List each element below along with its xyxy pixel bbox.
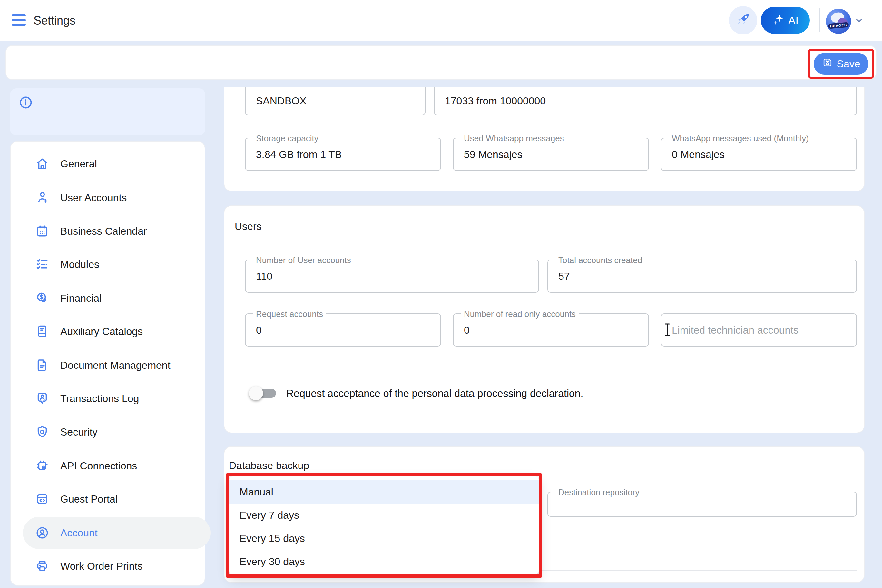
hamburger-menu-icon[interactable]	[12, 14, 26, 26]
save-icon	[822, 57, 833, 70]
read-only-accounts-field[interactable]: Number of read only accounts 0	[453, 314, 649, 346]
usage-value: 17033 from 10000000	[445, 95, 546, 107]
avatar-text: HÉROES	[828, 22, 849, 29]
sidebar-item-security[interactable]: Security	[23, 416, 210, 448]
avatar[interactable]: HÉROES	[826, 9, 851, 34]
field-placeholder: Limited technician accounts	[672, 324, 798, 336]
sidebar-item-auxiliary-catalogs[interactable]: Auxiliary Catalogs	[23, 315, 210, 348]
field-label: Used Whatsapp messages	[460, 133, 567, 144]
rocket-button[interactable]	[729, 6, 757, 34]
field-label: Total accounts created	[555, 255, 645, 266]
whatsapp-used-field[interactable]: Used Whatsapp messages 59 Mensajes	[453, 138, 649, 171]
sidebar-item-label: Guest Portal	[60, 493, 118, 505]
sidebar-item-api-connections[interactable]: API Connections	[23, 450, 210, 482]
backup-section-title: Database backup	[229, 460, 309, 472]
usage-field[interactable]: 17033 from 10000000	[434, 87, 857, 116]
top-header: Settings AI HÉROES	[0, 0, 882, 40]
printer-icon	[35, 559, 50, 573]
users-section-title: Users	[235, 220, 262, 232]
field-label: Number of read only accounts	[460, 309, 579, 320]
save-button-label: Save	[837, 58, 860, 70]
field-value: 59 Mensajes	[464, 148, 522, 160]
chevron-down-icon[interactable]	[854, 15, 864, 26]
save-toolbar	[6, 45, 876, 80]
sidebar-item-label: Document Management	[60, 360, 171, 371]
plan-value: SANDBOX	[256, 95, 306, 107]
sidebar-item-work-order-prints[interactable]: Work Order Prints	[23, 550, 210, 582]
number-of-user-accounts-field[interactable]: Number of User accounts 110	[245, 260, 539, 293]
sparkle-icon	[772, 13, 785, 28]
field-value: 110	[256, 270, 272, 282]
field-value: 0	[464, 324, 470, 336]
sidebar-item-label: Business Calendar	[60, 225, 147, 237]
total-accounts-created-field[interactable]: Total accounts created 57	[548, 260, 857, 293]
field-value: 0 Mensajes	[672, 148, 724, 160]
destination-repository-field[interactable]: Destination repository	[548, 492, 857, 517]
field-value: 3.84 GB from 1 TB	[256, 148, 342, 160]
user-circle-icon	[35, 526, 50, 540]
sidebar-item-modules[interactable]: Modules	[23, 248, 210, 280]
settings-sidebar: General User Accounts Business Calendar …	[10, 141, 206, 586]
browser-code-icon	[35, 492, 50, 506]
user-plus-icon	[35, 190, 50, 205]
page-title: Settings	[33, 14, 75, 27]
ai-button-label: AI	[788, 14, 798, 27]
sidebar-item-label: API Connections	[60, 460, 137, 472]
sidebar-item-label: Transactions Log	[60, 393, 139, 405]
info-icon	[19, 95, 33, 111]
storage-capacity-field[interactable]: Storage capacity 3.84 GB from 1 TB	[245, 138, 441, 171]
sidebar-item-transactions-log[interactable]: Transactions Log	[23, 382, 210, 415]
sidebar-item-label: Work Order Prints	[60, 560, 142, 572]
checklist-icon	[35, 257, 50, 272]
dropdown-annotation-box	[226, 473, 542, 578]
request-accounts-field[interactable]: Request accounts 0	[245, 314, 441, 346]
sidebar-item-label: Account	[60, 527, 98, 539]
personal-data-toggle-thumb[interactable]	[249, 386, 263, 400]
sidebar-item-label: General	[60, 158, 97, 170]
document-icon	[35, 358, 50, 372]
field-label: Request accounts	[253, 309, 326, 320]
calendar-icon	[35, 224, 50, 238]
sidebar-item-label: Financial	[60, 292, 102, 304]
text-cursor-icon	[664, 323, 671, 338]
save-button[interactable]: Save	[814, 53, 868, 75]
sidebar-item-user-accounts[interactable]: User Accounts	[23, 182, 210, 214]
sidebar-item-label: Modules	[60, 258, 99, 270]
sidebar-item-business-calendar[interactable]: Business Calendar	[23, 215, 210, 247]
book-icon	[35, 324, 50, 339]
chip-gear-icon	[35, 459, 50, 473]
field-label: Number of User accounts	[253, 255, 354, 266]
shield-icon	[35, 425, 50, 439]
sidebar-item-document-management[interactable]: Document Management	[23, 349, 210, 381]
settings-page: Settings AI HÉROES	[0, 0, 882, 588]
field-label: WhatsApp messages used (Monthly)	[669, 133, 812, 144]
personal-data-toggle-label: Request acceptance of the personal data …	[286, 386, 583, 400]
whatsapp-monthly-field[interactable]: WhatsApp messages used (Monthly) 0 Mensa…	[661, 138, 857, 171]
coin-dollar-icon	[35, 291, 50, 305]
limited-technician-accounts-field[interactable]: Limited technician accounts	[661, 314, 857, 346]
field-value: 57	[558, 270, 570, 282]
sidebar-item-label: Security	[60, 426, 98, 438]
info-banner: Information You have pending changes to …	[10, 88, 206, 135]
header-divider	[819, 8, 820, 32]
field-value: 0	[256, 324, 262, 336]
sidebar-item-label: Auxiliary Catalogs	[60, 326, 143, 338]
sidebar-item-guest-portal[interactable]: Guest Portal	[23, 483, 210, 515]
sidebar-item-label: User Accounts	[60, 192, 127, 204]
rocket-icon	[735, 12, 751, 29]
sidebar-item-account[interactable]: Account	[23, 517, 210, 549]
field-label: Storage capacity	[253, 133, 322, 144]
home-icon	[35, 157, 50, 171]
field-label: Destination repository	[555, 487, 642, 498]
sidebar-item-financial[interactable]: Financial	[23, 282, 210, 314]
plan-field[interactable]: SANDBOX	[245, 87, 426, 116]
sidebar-item-general[interactable]: General	[23, 148, 210, 180]
ai-button[interactable]: AI	[761, 7, 810, 34]
user-badge-icon	[35, 392, 50, 405]
